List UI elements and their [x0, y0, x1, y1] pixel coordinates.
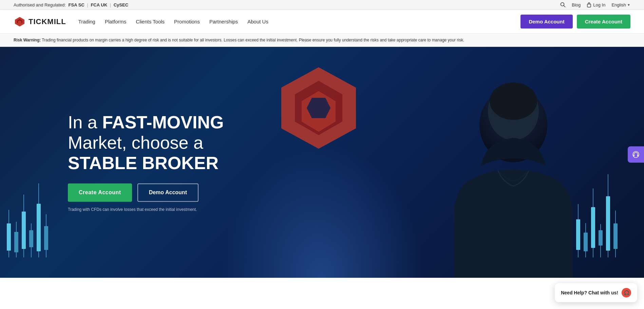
blog-link[interactable]: Blog: [572, 2, 581, 7]
svg-point-8: [490, 83, 537, 120]
regulated-label: Authorised and Regulated:: [14, 2, 66, 7]
svg-rect-11: [637, 154, 638, 156]
nav-platforms[interactable]: Platforms: [105, 19, 126, 24]
hero-logo-center: [268, 64, 370, 172]
candle-2: [14, 222, 18, 257]
hero-headline-bold1: FAST-MOVING: [102, 112, 224, 132]
svg-line-1: [564, 6, 565, 7]
headset-icon: [632, 150, 640, 159]
risk-warning-bar: Risk Warning: Trading financial products…: [0, 34, 644, 47]
hero-buttons: Create Account Demo Account: [68, 184, 224, 202]
login-label: Log In: [593, 2, 605, 7]
svg-rect-10: [633, 154, 634, 156]
language-selector[interactable]: English ▼: [611, 2, 630, 7]
reg2: FCA UK: [91, 2, 107, 7]
nav-create-account-button[interactable]: Create Account: [577, 15, 630, 29]
navbar: TICKMILL Trading Platforms Clients Tools…: [0, 10, 644, 34]
top-bar: Authorised and Regulated: FSA SC | FCA U…: [0, 0, 644, 10]
candle-3: [22, 195, 26, 257]
svg-rect-2: [587, 4, 591, 7]
nav-trading[interactable]: Trading: [78, 19, 95, 24]
nav-partnerships[interactable]: Partnerships: [209, 19, 238, 24]
top-bar-right: Blog Log In English ▼: [560, 2, 630, 7]
risk-warning-text: Trading financial products on margin car…: [42, 38, 464, 42]
language-label: English: [611, 2, 626, 7]
main-nav: Trading Platforms Clients Tools Promotio…: [78, 19, 268, 24]
search-icon[interactable]: [560, 2, 566, 7]
nav-about-us[interactable]: About Us: [247, 19, 268, 24]
chevron-down-icon: ▼: [627, 3, 630, 7]
candle-6: [44, 214, 48, 257]
candle-4: [29, 223, 33, 257]
hero-headline-line1: In a: [68, 112, 102, 132]
reg3: CySEC: [114, 2, 128, 7]
nav-clients-tools[interactable]: Clients Tools: [136, 19, 165, 24]
hero-person: [403, 57, 624, 278]
candles-left: [0, 47, 75, 278]
hero-headline-line2: Market, choose a: [68, 133, 203, 152]
candle-1: [7, 210, 11, 257]
reg1: FSA SC: [69, 2, 84, 7]
hero-demo-account-button[interactable]: Demo Account: [137, 184, 198, 202]
logo[interactable]: TICKMILL: [14, 16, 66, 28]
candle-5: [37, 183, 41, 257]
hero-section: In a FAST-MOVING Market, choose a STABLE…: [0, 47, 644, 278]
navbar-left: TICKMILL Trading Platforms Clients Tools…: [14, 16, 268, 28]
risk-warning-label: Risk Warning:: [14, 38, 41, 42]
login-link[interactable]: Log In: [587, 2, 605, 7]
nav-promotions[interactable]: Promotions: [174, 19, 200, 24]
nav-demo-account-button[interactable]: Demo Account: [520, 15, 572, 29]
regulatory-info: Authorised and Regulated: FSA SC | FCA U…: [14, 2, 128, 7]
hero-create-account-button[interactable]: Create Account: [68, 184, 132, 202]
support-button[interactable]: [628, 146, 644, 163]
hero-content: In a FAST-MOVING Market, choose a STABLE…: [68, 112, 224, 212]
logo-text: TICKMILL: [29, 17, 66, 26]
hero-headline: In a FAST-MOVING Market, choose a STABLE…: [68, 112, 224, 173]
tickmill-logo-icon: [14, 16, 26, 28]
hero-disclaimer: Trading with CFDs can involve losses tha…: [68, 207, 224, 212]
hero-headline-bold2: STABLE BROKER: [68, 153, 219, 173]
navbar-right: Demo Account Create Account: [520, 15, 630, 29]
